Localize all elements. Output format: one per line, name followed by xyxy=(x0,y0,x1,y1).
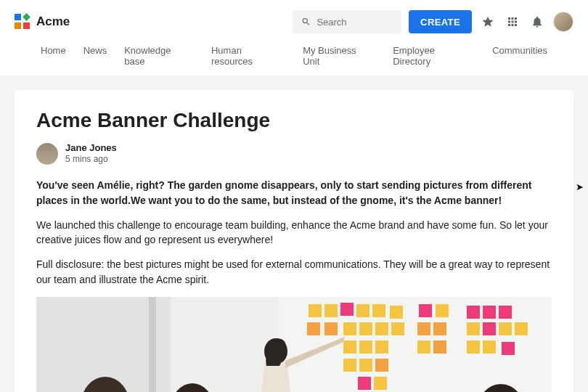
svg-rect-36 xyxy=(359,359,372,372)
svg-rect-20 xyxy=(391,322,404,335)
svg-rect-17 xyxy=(343,322,356,335)
nav-item-home[interactable]: Home xyxy=(41,45,66,67)
author-row: Jane Jones 5 mins ago xyxy=(36,142,552,165)
nav-item-human-resources[interactable]: Human resources xyxy=(211,45,285,67)
svg-rect-34 xyxy=(502,342,515,355)
brand[interactable]: Acme xyxy=(15,14,70,30)
svg-rect-5 xyxy=(324,304,338,317)
brand-logo-icon xyxy=(15,14,30,30)
svg-rect-27 xyxy=(343,340,356,354)
svg-rect-38 xyxy=(358,377,371,390)
svg-rect-13 xyxy=(483,306,496,319)
svg-rect-14 xyxy=(499,306,512,319)
nav-item-news[interactable]: News xyxy=(83,45,107,67)
svg-rect-4 xyxy=(309,304,322,317)
svg-rect-33 xyxy=(483,340,496,354)
svg-rect-24 xyxy=(483,322,496,335)
apps-button[interactable] xyxy=(504,13,521,30)
topbar: Acme CREATE xyxy=(15,7,573,36)
svg-rect-12 xyxy=(467,306,480,319)
nav-item-business-unit[interactable]: My Business Unit xyxy=(303,45,375,67)
bell-icon xyxy=(531,15,544,28)
article-card: Acme Banner Challenge Jane Jones 5 mins … xyxy=(15,90,573,392)
author-name[interactable]: Jane Jones xyxy=(65,142,117,154)
svg-rect-37 xyxy=(375,359,388,372)
apps-grid-icon xyxy=(506,15,519,28)
svg-rect-19 xyxy=(375,322,388,335)
nav-item-employee-directory[interactable]: Employee Directory xyxy=(393,45,475,67)
star-icon xyxy=(481,15,494,28)
notifications-button[interactable] xyxy=(528,13,546,30)
svg-rect-30 xyxy=(417,340,430,354)
favorites-button[interactable] xyxy=(479,13,497,30)
article-title: Acme Banner Challenge xyxy=(36,109,552,132)
svg-rect-2 xyxy=(149,297,156,392)
svg-rect-11 xyxy=(436,304,449,317)
svg-rect-29 xyxy=(375,340,388,354)
svg-rect-6 xyxy=(340,303,354,316)
svg-rect-8 xyxy=(372,304,385,317)
article-hero-image xyxy=(36,297,552,392)
svg-rect-32 xyxy=(467,340,480,354)
primary-nav: Home News Knowledge base Human resources… xyxy=(15,36,573,75)
article-paragraph: Full disclosure: the best pictures might… xyxy=(36,257,552,287)
svg-rect-26 xyxy=(515,322,528,335)
svg-rect-18 xyxy=(359,322,372,335)
search-icon xyxy=(301,16,311,28)
svg-rect-35 xyxy=(343,359,356,372)
nav-item-communities[interactable]: Communities xyxy=(492,45,547,67)
article-body: You've seen Amélie, right? The garden gn… xyxy=(36,178,552,287)
svg-rect-7 xyxy=(356,304,369,317)
create-button[interactable]: CREATE xyxy=(409,10,472,33)
svg-rect-16 xyxy=(324,322,338,335)
search-input[interactable] xyxy=(317,17,393,28)
brand-name: Acme xyxy=(36,15,70,29)
author-avatar[interactable] xyxy=(36,143,58,165)
publish-time: 5 mins ago xyxy=(65,154,117,165)
svg-rect-31 xyxy=(433,340,446,354)
article-paragraph: We launched this challenge to encourage … xyxy=(36,218,552,248)
svg-rect-25 xyxy=(499,322,512,335)
nav-item-knowledge-base[interactable]: Knowledge base xyxy=(124,45,194,67)
svg-rect-22 xyxy=(433,322,446,335)
user-avatar[interactable] xyxy=(553,12,573,32)
article-lead: You've seen Amélie, right? The garden gn… xyxy=(36,178,552,208)
search-box[interactable] xyxy=(293,10,401,33)
cursor-icon: ➤ xyxy=(576,181,584,192)
svg-rect-39 xyxy=(374,377,387,390)
svg-rect-21 xyxy=(417,322,430,335)
svg-rect-28 xyxy=(359,340,372,354)
svg-rect-9 xyxy=(390,306,403,319)
app-header: Acme CREATE Home News Knowledge base Hum… xyxy=(0,0,588,75)
svg-rect-15 xyxy=(307,322,320,335)
svg-rect-23 xyxy=(467,322,480,335)
svg-rect-10 xyxy=(419,304,432,317)
